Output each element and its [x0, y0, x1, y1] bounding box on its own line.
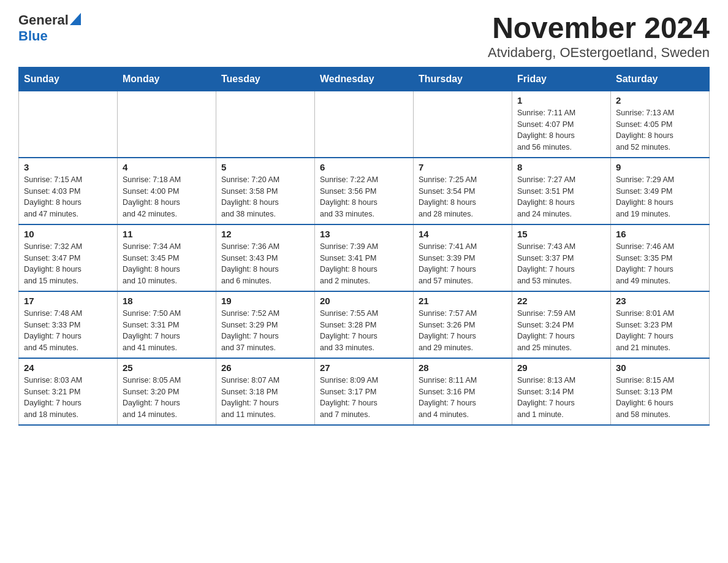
calendar-cell: 27Sunrise: 8:09 AMSunset: 3:17 PMDayligh… — [315, 358, 414, 425]
weekday-header-row: SundayMondayTuesdayWednesdayThursdayFrid… — [19, 67, 710, 91]
weekday-header-saturday: Saturday — [611, 67, 710, 91]
day-number: 28 — [419, 362, 507, 373]
day-info: Sunrise: 7:34 AMSunset: 3:45 PMDaylight:… — [123, 241, 211, 287]
day-info: Sunrise: 7:59 AMSunset: 3:24 PMDaylight:… — [517, 308, 605, 354]
day-number: 29 — [517, 362, 605, 373]
calendar-cell: 25Sunrise: 8:05 AMSunset: 3:20 PMDayligh… — [118, 358, 216, 425]
day-info: Sunrise: 7:48 AMSunset: 3:33 PMDaylight:… — [24, 308, 112, 354]
day-number: 3 — [24, 162, 112, 172]
day-number: 1 — [517, 95, 605, 105]
day-info: Sunrise: 7:22 AMSunset: 3:56 PMDaylight:… — [320, 174, 408, 220]
day-info: Sunrise: 7:36 AMSunset: 3:43 PMDaylight:… — [221, 241, 309, 287]
weekday-header-wednesday: Wednesday — [315, 67, 414, 91]
calendar-cell: 18Sunrise: 7:50 AMSunset: 3:31 PMDayligh… — [118, 291, 216, 358]
day-info: Sunrise: 7:29 AMSunset: 3:49 PMDaylight:… — [616, 174, 704, 220]
day-number: 17 — [24, 296, 112, 306]
day-info: Sunrise: 8:01 AMSunset: 3:23 PMDaylight:… — [616, 308, 704, 354]
calendar-cell: 21Sunrise: 7:57 AMSunset: 3:26 PMDayligh… — [414, 291, 512, 358]
svg-marker-0 — [70, 13, 81, 25]
calendar-title: November 2024 — [488, 12, 710, 45]
calendar-week-row: 17Sunrise: 7:48 AMSunset: 3:33 PMDayligh… — [19, 291, 710, 358]
calendar-cell: 9Sunrise: 7:29 AMSunset: 3:49 PMDaylight… — [611, 158, 710, 224]
day-number: 14 — [419, 229, 507, 239]
day-info: Sunrise: 8:11 AMSunset: 3:16 PMDaylight:… — [419, 375, 507, 421]
calendar-subtitle: Atvidaberg, OEstergoetland, Sweden — [488, 45, 710, 61]
day-number: 23 — [616, 296, 704, 306]
logo-blue-text: Blue — [18, 28, 48, 44]
calendar-cell: 6Sunrise: 7:22 AMSunset: 3:56 PMDaylight… — [315, 158, 414, 224]
day-info: Sunrise: 7:46 AMSunset: 3:35 PMDaylight:… — [616, 241, 704, 287]
calendar-cell: 8Sunrise: 7:27 AMSunset: 3:51 PMDaylight… — [512, 158, 611, 224]
day-number: 27 — [320, 362, 408, 373]
day-info: Sunrise: 7:13 AMSunset: 4:05 PMDaylight:… — [616, 107, 704, 153]
calendar-cell: 2Sunrise: 7:13 AMSunset: 4:05 PMDaylight… — [611, 91, 710, 158]
calendar-cell: 13Sunrise: 7:39 AMSunset: 3:41 PMDayligh… — [315, 224, 414, 291]
day-info: Sunrise: 7:41 AMSunset: 3:39 PMDaylight:… — [419, 241, 507, 287]
day-info: Sunrise: 7:15 AMSunset: 4:03 PMDaylight:… — [24, 174, 112, 220]
weekday-header-tuesday: Tuesday — [216, 67, 315, 91]
day-info: Sunrise: 7:55 AMSunset: 3:28 PMDaylight:… — [320, 308, 408, 354]
calendar-cell: 3Sunrise: 7:15 AMSunset: 4:03 PMDaylight… — [19, 158, 118, 224]
title-block: November 2024 Atvidaberg, OEstergoetland… — [488, 12, 710, 61]
day-info: Sunrise: 7:27 AMSunset: 3:51 PMDaylight:… — [517, 174, 605, 220]
weekday-header-monday: Monday — [118, 67, 216, 91]
day-number: 7 — [419, 162, 507, 172]
calendar-cell: 12Sunrise: 7:36 AMSunset: 3:43 PMDayligh… — [216, 224, 315, 291]
day-info: Sunrise: 7:32 AMSunset: 3:47 PMDaylight:… — [24, 241, 112, 287]
calendar-cell — [118, 91, 216, 158]
calendar-cell: 23Sunrise: 8:01 AMSunset: 3:23 PMDayligh… — [611, 291, 710, 358]
calendar-week-row: 24Sunrise: 8:03 AMSunset: 3:21 PMDayligh… — [19, 358, 710, 425]
calendar-cell: 11Sunrise: 7:34 AMSunset: 3:45 PMDayligh… — [118, 224, 216, 291]
page-header: General Blue November 2024 Atvidaberg, O… — [18, 12, 710, 61]
day-info: Sunrise: 7:52 AMSunset: 3:29 PMDaylight:… — [221, 308, 309, 354]
day-number: 9 — [616, 162, 704, 172]
day-number: 22 — [517, 296, 605, 306]
calendar-cell: 4Sunrise: 7:18 AMSunset: 4:00 PMDaylight… — [118, 158, 216, 224]
calendar-cell: 29Sunrise: 8:13 AMSunset: 3:14 PMDayligh… — [512, 358, 611, 425]
calendar-week-row: 10Sunrise: 7:32 AMSunset: 3:47 PMDayligh… — [19, 224, 710, 291]
day-number: 5 — [221, 162, 309, 172]
calendar-cell: 5Sunrise: 7:20 AMSunset: 3:58 PMDaylight… — [216, 158, 315, 224]
day-info: Sunrise: 7:25 AMSunset: 3:54 PMDaylight:… — [419, 174, 507, 220]
calendar-cell: 1Sunrise: 7:11 AMSunset: 4:07 PMDaylight… — [512, 91, 611, 158]
calendar-week-row: 1Sunrise: 7:11 AMSunset: 4:07 PMDaylight… — [19, 91, 710, 158]
day-number: 10 — [24, 229, 112, 239]
day-info: Sunrise: 7:39 AMSunset: 3:41 PMDaylight:… — [320, 241, 408, 287]
day-info: Sunrise: 8:09 AMSunset: 3:17 PMDaylight:… — [320, 375, 408, 421]
day-info: Sunrise: 7:20 AMSunset: 3:58 PMDaylight:… — [221, 174, 309, 220]
day-number: 26 — [221, 362, 309, 373]
day-number: 2 — [616, 95, 704, 105]
calendar-cell: 16Sunrise: 7:46 AMSunset: 3:35 PMDayligh… — [611, 224, 710, 291]
calendar-cell: 17Sunrise: 7:48 AMSunset: 3:33 PMDayligh… — [19, 291, 118, 358]
day-info: Sunrise: 8:13 AMSunset: 3:14 PMDaylight:… — [517, 375, 605, 421]
calendar-cell — [414, 91, 512, 158]
day-info: Sunrise: 8:03 AMSunset: 3:21 PMDaylight:… — [24, 375, 112, 421]
day-number: 30 — [616, 362, 704, 373]
calendar-cell: 7Sunrise: 7:25 AMSunset: 3:54 PMDaylight… — [414, 158, 512, 224]
day-number: 24 — [24, 362, 112, 373]
calendar-cell — [19, 91, 118, 158]
day-info: Sunrise: 7:18 AMSunset: 4:00 PMDaylight:… — [123, 174, 211, 220]
day-info: Sunrise: 8:07 AMSunset: 3:18 PMDaylight:… — [221, 375, 309, 421]
calendar-week-row: 3Sunrise: 7:15 AMSunset: 4:03 PMDaylight… — [19, 158, 710, 224]
day-info: Sunrise: 7:50 AMSunset: 3:31 PMDaylight:… — [123, 308, 211, 354]
weekday-header-friday: Friday — [512, 67, 611, 91]
day-info: Sunrise: 7:11 AMSunset: 4:07 PMDaylight:… — [517, 107, 605, 153]
day-number: 4 — [123, 162, 211, 172]
calendar-cell: 19Sunrise: 7:52 AMSunset: 3:29 PMDayligh… — [216, 291, 315, 358]
day-info: Sunrise: 7:43 AMSunset: 3:37 PMDaylight:… — [517, 241, 605, 287]
day-number: 20 — [320, 296, 408, 306]
day-number: 18 — [123, 296, 211, 306]
calendar-cell: 10Sunrise: 7:32 AMSunset: 3:47 PMDayligh… — [19, 224, 118, 291]
day-number: 21 — [419, 296, 507, 306]
logo-triangle-icon — [70, 13, 81, 25]
day-number: 11 — [123, 229, 211, 239]
day-info: Sunrise: 8:15 AMSunset: 3:13 PMDaylight:… — [616, 375, 704, 421]
calendar-table: SundayMondayTuesdayWednesdayThursdayFrid… — [18, 67, 710, 426]
logo-general-text: General — [18, 12, 69, 28]
day-number: 25 — [123, 362, 211, 373]
calendar-cell: 24Sunrise: 8:03 AMSunset: 3:21 PMDayligh… — [19, 358, 118, 425]
calendar-cell: 15Sunrise: 7:43 AMSunset: 3:37 PMDayligh… — [512, 224, 611, 291]
calendar-cell: 14Sunrise: 7:41 AMSunset: 3:39 PMDayligh… — [414, 224, 512, 291]
calendar-cell: 22Sunrise: 7:59 AMSunset: 3:24 PMDayligh… — [512, 291, 611, 358]
